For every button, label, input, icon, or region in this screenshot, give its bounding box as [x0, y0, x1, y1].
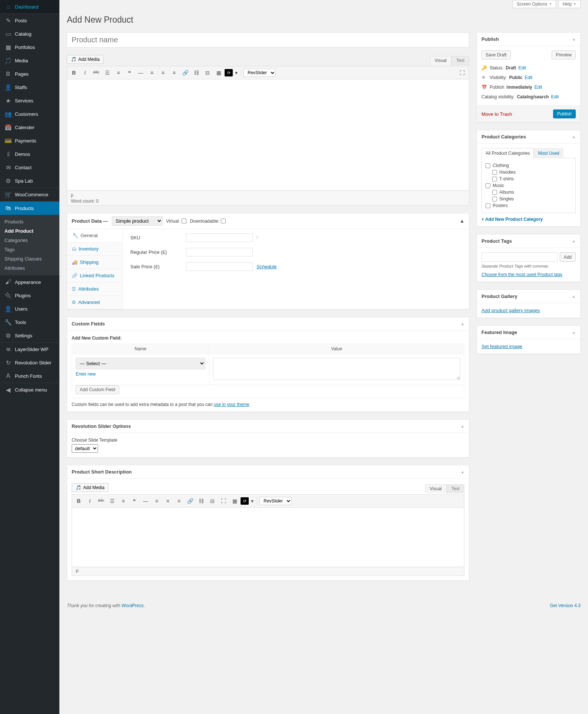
- collapse-icon[interactable]: ▲: [572, 135, 576, 139]
- set-featured-image-link[interactable]: Set featured image: [481, 344, 522, 349]
- submenu-item-add-product[interactable]: Add Product: [0, 226, 59, 236]
- add-category-link[interactable]: + Add New Product Category: [481, 217, 543, 222]
- align-center-button[interactable]: ≡: [163, 496, 173, 506]
- text-tab-2[interactable]: Text: [447, 484, 464, 493]
- align-left-button[interactable]: ≡: [151, 496, 162, 506]
- category-checkbox[interactable]: [486, 183, 490, 188]
- menu-item-punch-fonts[interactable]: APunch Fonts: [0, 369, 59, 383]
- add-gallery-link[interactable]: Add product gallery images: [481, 308, 540, 313]
- menu-item-products[interactable]: 🛍Products: [0, 202, 59, 215]
- menu-item-payments[interactable]: 💳Payments: [0, 134, 59, 147]
- cf-name-select[interactable]: — Select —: [76, 358, 205, 369]
- edit-publish-link[interactable]: Edit: [535, 85, 542, 90]
- save-draft-button[interactable]: Save Draft: [481, 50, 511, 59]
- pd-tab-advanced[interactable]: ⚙Advanced: [67, 296, 122, 309]
- cf-value-textarea[interactable]: [213, 358, 460, 380]
- category-checkbox[interactable]: [492, 197, 497, 202]
- edit-visibility-link[interactable]: Edit: [525, 75, 532, 80]
- category-checkbox[interactable]: [492, 190, 497, 195]
- schedule-link[interactable]: Schedule: [257, 264, 277, 269]
- short-desc-editor[interactable]: [72, 508, 464, 567]
- revslider-dropdown[interactable]: ▾: [249, 496, 255, 506]
- menu-item-portfolios[interactable]: ▦Portfolios: [0, 40, 59, 54]
- collapse-icon[interactable]: ▲: [572, 294, 576, 298]
- product-type-select[interactable]: Simple product: [112, 216, 163, 226]
- collapse-icon[interactable]: ▲: [572, 37, 576, 41]
- wordpress-link[interactable]: WordPress: [121, 603, 143, 608]
- pd-tab-inventory[interactable]: 🗂Inventory: [67, 242, 122, 256]
- add-custom-field-button[interactable]: Add Custom Field: [76, 385, 119, 394]
- menu-item-calender[interactable]: 📅Calender: [0, 121, 59, 134]
- edit-status-link[interactable]: Edit: [518, 65, 526, 71]
- collapse-icon[interactable]: ▲: [572, 239, 576, 243]
- menu-item-appearance[interactable]: 🖌Appearance: [0, 275, 59, 289]
- fullscreen-button[interactable]: ⛶: [218, 496, 229, 506]
- menu-item-settings[interactable]: ⚙Settings: [0, 329, 59, 342]
- italic-button[interactable]: I: [85, 496, 95, 506]
- toolbar-toggle-button[interactable]: ▦: [229, 496, 240, 506]
- sku-input[interactable]: [186, 233, 253, 242]
- ol-button[interactable]: ≡: [118, 496, 128, 506]
- add-media-button[interactable]: 🎵Add Media: [67, 55, 104, 64]
- menu-item-woocommerce[interactable]: 🛒WooCommerce: [0, 188, 59, 201]
- pd-tab-shipping[interactable]: 🚚Shipping: [67, 256, 122, 269]
- menu-item-staffs[interactable]: 👤Staffs: [0, 81, 59, 94]
- menu-item-contact[interactable]: ✉Contact: [0, 161, 59, 174]
- menu-item-layerslider-wp[interactable]: ≋LayerSlider WP: [0, 343, 59, 356]
- menu-item-collapse-menu[interactable]: ◀Collapse menu: [0, 383, 59, 396]
- menu-item-spa-lab[interactable]: ⚙Spa Lab: [0, 174, 59, 187]
- submenu-item-attributes[interactable]: Attributes: [0, 263, 59, 273]
- link-button[interactable]: 🔗: [180, 68, 190, 78]
- menu-item-customers[interactable]: 👥Customers: [0, 107, 59, 121]
- add-media-button-2[interactable]: 🎵Add Media: [72, 483, 108, 492]
- menu-item-media[interactable]: 🎵Media: [0, 54, 59, 67]
- category-checkbox[interactable]: [492, 170, 497, 175]
- visual-tab[interactable]: Visual: [430, 56, 451, 65]
- product-name-input[interactable]: [67, 32, 469, 48]
- collapse-icon[interactable]: ▲: [460, 218, 464, 224]
- hr-button[interactable]: —: [135, 68, 146, 78]
- menu-item-pages[interactable]: 🗎Pages: [0, 67, 59, 81]
- strike-button[interactable]: ᴬᴮᶜ: [96, 496, 106, 506]
- more-button[interactable]: ⊟: [202, 68, 213, 78]
- ul-button[interactable]: ☰: [102, 68, 112, 78]
- move-to-trash-link[interactable]: Move to Trash: [481, 111, 512, 117]
- italic-button[interactable]: I: [80, 68, 90, 78]
- cf-enter-new-link[interactable]: Enter new: [76, 371, 96, 377]
- revslider-dropdown[interactable]: ▾: [233, 68, 239, 78]
- ul-button[interactable]: ☰: [107, 496, 117, 506]
- regular-price-input[interactable]: [186, 248, 253, 256]
- pd-tab-general[interactable]: 🔧General: [67, 229, 122, 242]
- help-icon[interactable]: ?: [256, 235, 258, 240]
- virtual-checkbox[interactable]: [182, 219, 186, 223]
- category-checkbox[interactable]: [486, 203, 490, 208]
- align-left-button[interactable]: ≡: [147, 68, 157, 78]
- collapse-icon[interactable]: ▲: [572, 330, 576, 334]
- cf-help-link[interactable]: use in your theme: [214, 402, 249, 407]
- menu-item-revolution-slider[interactable]: ↻Revolution Slider: [0, 356, 59, 369]
- quote-button[interactable]: ❝: [124, 68, 135, 78]
- menu-item-dashboard[interactable]: ⌂Dashboard: [0, 0, 59, 13]
- menu-item-demos[interactable]: ⇩Demos: [0, 147, 59, 161]
- link-button[interactable]: 🔗: [185, 496, 195, 506]
- menu-item-tools[interactable]: 🔧Tools: [0, 315, 59, 329]
- submenu-item-shipping-classes[interactable]: Shipping Classes: [0, 254, 59, 263]
- submenu-item-products[interactable]: Products: [0, 217, 59, 226]
- choose-tags-link[interactable]: Choose from the most used Product tags: [481, 272, 562, 277]
- align-center-button[interactable]: ≡: [158, 68, 168, 78]
- category-checkbox[interactable]: [492, 177, 497, 181]
- help-button[interactable]: Help▼: [558, 0, 581, 8]
- revslider-select[interactable]: RevSlider: [244, 69, 276, 77]
- bold-button[interactable]: B: [69, 68, 79, 78]
- most-used-tab[interactable]: Most Used: [534, 148, 563, 158]
- publish-button[interactable]: Publish: [553, 109, 576, 118]
- revslider-icon[interactable]: ⟳: [225, 69, 233, 76]
- revslider-icon[interactable]: ⟳: [241, 497, 249, 505]
- collapse-icon[interactable]: ▲: [461, 322, 464, 326]
- revslider-select-2[interactable]: RevSlider: [259, 497, 292, 505]
- all-categories-tab[interactable]: All Product Categories: [481, 148, 534, 158]
- submenu-item-tags[interactable]: Tags: [0, 245, 59, 254]
- downloadable-checkbox[interactable]: [221, 219, 226, 223]
- unlink-button[interactable]: ⛓: [196, 496, 206, 506]
- edit-catalog-link[interactable]: Edit: [551, 94, 559, 99]
